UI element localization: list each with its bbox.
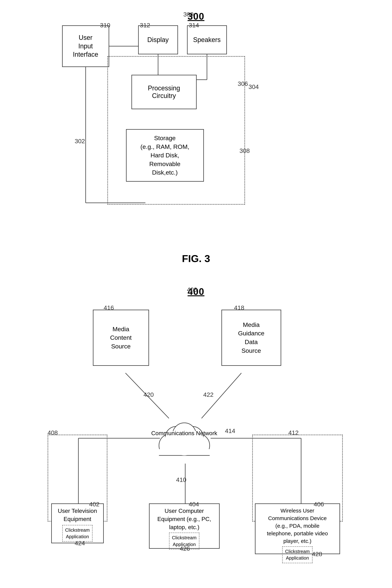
media-content-box: Media Content Source (93, 310, 149, 366)
clickstream3-box: Clickstream Application (282, 546, 313, 563)
ref-420: 420 (144, 391, 154, 398)
page: 300 300 User Input Interface 310 Display (0, 0, 392, 588)
ref-416: 416 (104, 304, 114, 311)
network-label: Communications Network (151, 429, 217, 437)
ref-428: 428 (312, 550, 322, 558)
user-input-box: User Input Interface (62, 25, 109, 67)
ref-410: 410 (176, 476, 186, 483)
ref-314: 314 (189, 22, 199, 29)
ref-312: 312 (140, 22, 150, 29)
ref-402: 402 (89, 501, 100, 508)
ref-406: 406 (314, 501, 324, 508)
ref-422: 422 (203, 391, 214, 398)
processing-box: Processing Circuitry (132, 75, 197, 109)
ref-426: 426 (180, 545, 190, 552)
ref-400: 400 (187, 286, 197, 293)
speakers-box: Speakers (187, 25, 227, 54)
ref-414: 414 (225, 427, 236, 434)
ref-418: 418 (234, 304, 244, 311)
fig4-diagram: 400 400 Media Content Source 416 (42, 286, 350, 588)
network-cloud: Communications Network (147, 409, 222, 464)
ref-304: 304 (248, 83, 259, 90)
ref-310: 310 (100, 22, 110, 29)
storage-box: Storage (e.g., RAM, ROM, Hard Disk, Remo… (126, 129, 204, 182)
device-outer-box: Processing Circuitry 306 Storage (e.g., … (107, 56, 245, 205)
display-box: Display (138, 25, 178, 54)
ref-404: 404 (189, 501, 199, 508)
user-computer-box: User Computer Equipment (e.g., PC, lapto… (149, 504, 220, 549)
wireless-box: Wireless User Communications Device (e.g… (255, 504, 340, 554)
media-guidance-box: Media Guidance Data Source (222, 310, 281, 366)
fig3-diagram: 300 300 User Input Interface 310 Display (51, 11, 341, 264)
ref-412: 412 (288, 429, 299, 436)
ref-300: 300 (184, 11, 194, 18)
user-tv-box: User Television Equipment Clickstream Ap… (51, 504, 104, 543)
clickstream1-box: Clickstream Application (62, 525, 93, 542)
ref-424: 424 (75, 540, 85, 547)
ref-306: 306 (238, 80, 248, 87)
fig3-caption: FIG. 3 (182, 252, 210, 264)
ref-302: 302 (75, 138, 85, 145)
ref-308: 308 (240, 147, 250, 154)
ref-408: 408 (48, 429, 58, 436)
